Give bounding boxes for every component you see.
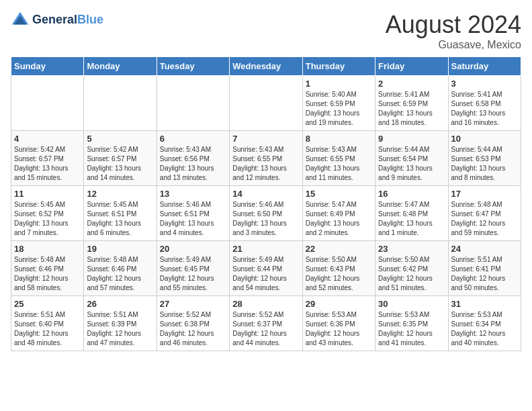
day-info: Sunrise: 5:49 AM Sunset: 6:44 PM Dayligh… [232,255,299,293]
table-row: 4Sunrise: 5:42 AM Sunset: 6:57 PM Daylig… [11,131,84,186]
calendar-table: Sunday Monday Tuesday Wednesday Thursday… [11,56,521,351]
header-thursday: Thursday [302,57,375,76]
week-row-4: 18Sunrise: 5:48 AM Sunset: 6:46 PM Dayli… [11,241,521,296]
day-number: 17 [451,189,518,199]
location: Guasave, Mexico [386,39,521,51]
table-row: 21Sunrise: 5:49 AM Sunset: 6:44 PM Dayli… [230,241,302,296]
day-number: 20 [160,244,226,254]
day-number: 8 [306,134,372,144]
table-row: 3Sunrise: 5:41 AM Sunset: 6:58 PM Daylig… [448,76,521,131]
day-number: 7 [232,134,299,144]
day-number: 26 [87,299,153,309]
day-number: 3 [451,79,518,89]
table-row: 27Sunrise: 5:52 AM Sunset: 6:38 PM Dayli… [157,296,229,351]
day-info: Sunrise: 5:47 AM Sunset: 6:49 PM Dayligh… [306,200,372,238]
table-row [11,76,84,131]
header-monday: Monday [84,57,157,76]
table-row: 31Sunrise: 5:53 AM Sunset: 6:34 PM Dayli… [448,296,521,351]
table-row: 23Sunrise: 5:50 AM Sunset: 6:42 PM Dayli… [375,241,448,296]
table-row: 5Sunrise: 5:42 AM Sunset: 6:57 PM Daylig… [84,131,157,186]
table-row [230,76,302,131]
header-friday: Friday [375,57,448,76]
day-info: Sunrise: 5:52 AM Sunset: 6:37 PM Dayligh… [232,310,299,348]
day-number: 15 [306,189,372,199]
table-row: 8Sunrise: 5:43 AM Sunset: 6:55 PM Daylig… [302,131,375,186]
table-row [157,76,229,131]
header-tuesday: Tuesday [157,57,229,76]
month-title: August 2024 [386,11,521,39]
day-info: Sunrise: 5:53 AM Sunset: 6:34 PM Dayligh… [451,310,518,348]
day-number: 27 [160,299,226,309]
day-info: Sunrise: 5:50 AM Sunset: 6:42 PM Dayligh… [378,255,445,293]
table-row: 14Sunrise: 5:46 AM Sunset: 6:50 PM Dayli… [230,186,302,241]
day-number: 24 [451,244,518,254]
day-info: Sunrise: 5:43 AM Sunset: 6:55 PM Dayligh… [232,145,299,183]
day-number: 25 [14,299,81,309]
table-row: 10Sunrise: 5:44 AM Sunset: 6:53 PM Dayli… [448,131,521,186]
day-info: Sunrise: 5:46 AM Sunset: 6:50 PM Dayligh… [232,200,299,238]
day-number: 31 [451,299,518,309]
title-area: August 2024 Guasave, Mexico [386,11,521,51]
day-number: 4 [14,134,81,144]
day-info: Sunrise: 5:47 AM Sunset: 6:48 PM Dayligh… [378,200,445,238]
day-info: Sunrise: 5:51 AM Sunset: 6:40 PM Dayligh… [14,310,81,348]
day-info: Sunrise: 5:41 AM Sunset: 6:58 PM Dayligh… [451,90,518,128]
day-number: 30 [378,299,445,309]
day-number: 9 [378,134,445,144]
week-row-3: 11Sunrise: 5:45 AM Sunset: 6:52 PM Dayli… [11,186,521,241]
header: GeneralBlue August 2024 Guasave, Mexico [11,11,521,51]
table-row: 24Sunrise: 5:51 AM Sunset: 6:41 PM Dayli… [448,241,521,296]
table-row: 15Sunrise: 5:47 AM Sunset: 6:49 PM Dayli… [302,186,375,241]
week-row-1: 1Sunrise: 5:40 AM Sunset: 6:59 PM Daylig… [11,76,521,131]
day-info: Sunrise: 5:43 AM Sunset: 6:56 PM Dayligh… [160,145,226,183]
day-info: Sunrise: 5:42 AM Sunset: 6:57 PM Dayligh… [14,145,81,183]
day-number: 29 [306,299,372,309]
day-number: 2 [378,79,445,89]
table-row [84,76,157,131]
logo-icon [11,11,30,30]
table-row: 7Sunrise: 5:43 AM Sunset: 6:55 PM Daylig… [230,131,302,186]
week-row-2: 4Sunrise: 5:42 AM Sunset: 6:57 PM Daylig… [11,131,521,186]
table-row: 22Sunrise: 5:50 AM Sunset: 6:43 PM Dayli… [302,241,375,296]
day-info: Sunrise: 5:48 AM Sunset: 6:47 PM Dayligh… [451,200,518,238]
day-number: 10 [451,134,518,144]
day-number: 18 [14,244,81,254]
day-number: 23 [378,244,445,254]
table-row: 11Sunrise: 5:45 AM Sunset: 6:52 PM Dayli… [11,186,84,241]
day-info: Sunrise: 5:51 AM Sunset: 6:41 PM Dayligh… [451,255,518,293]
day-number: 28 [232,299,299,309]
table-row: 13Sunrise: 5:46 AM Sunset: 6:51 PM Dayli… [157,186,229,241]
table-row: 2Sunrise: 5:41 AM Sunset: 6:59 PM Daylig… [375,76,448,131]
day-info: Sunrise: 5:46 AM Sunset: 6:51 PM Dayligh… [160,200,226,238]
logo: GeneralBlue [11,11,103,30]
table-row: 26Sunrise: 5:51 AM Sunset: 6:39 PM Dayli… [84,296,157,351]
table-row: 12Sunrise: 5:45 AM Sunset: 6:51 PM Dayli… [84,186,157,241]
day-info: Sunrise: 5:45 AM Sunset: 6:52 PM Dayligh… [14,200,81,238]
day-number: 22 [306,244,372,254]
day-info: Sunrise: 5:52 AM Sunset: 6:38 PM Dayligh… [160,310,226,348]
day-number: 12 [87,189,153,199]
header-sunday: Sunday [11,57,84,76]
day-info: Sunrise: 5:43 AM Sunset: 6:55 PM Dayligh… [306,145,372,183]
day-number: 6 [160,134,226,144]
table-row: 20Sunrise: 5:49 AM Sunset: 6:45 PM Dayli… [157,241,229,296]
table-row: 19Sunrise: 5:48 AM Sunset: 6:46 PM Dayli… [84,241,157,296]
day-number: 13 [160,189,226,199]
week-row-5: 25Sunrise: 5:51 AM Sunset: 6:40 PM Dayli… [11,296,521,351]
day-info: Sunrise: 5:48 AM Sunset: 6:46 PM Dayligh… [14,255,81,293]
day-info: Sunrise: 5:53 AM Sunset: 6:35 PM Dayligh… [378,310,445,348]
day-info: Sunrise: 5:48 AM Sunset: 6:46 PM Dayligh… [87,255,153,293]
day-info: Sunrise: 5:51 AM Sunset: 6:39 PM Dayligh… [87,310,153,348]
table-row: 6Sunrise: 5:43 AM Sunset: 6:56 PM Daylig… [157,131,229,186]
day-info: Sunrise: 5:42 AM Sunset: 6:57 PM Dayligh… [87,145,153,183]
table-row: 28Sunrise: 5:52 AM Sunset: 6:37 PM Dayli… [230,296,302,351]
day-number: 1 [306,79,372,89]
day-info: Sunrise: 5:44 AM Sunset: 6:54 PM Dayligh… [378,145,445,183]
table-row: 29Sunrise: 5:53 AM Sunset: 6:36 PM Dayli… [302,296,375,351]
day-number: 5 [87,134,153,144]
day-info: Sunrise: 5:45 AM Sunset: 6:51 PM Dayligh… [87,200,153,238]
day-info: Sunrise: 5:40 AM Sunset: 6:59 PM Dayligh… [306,90,372,128]
table-row: 17Sunrise: 5:48 AM Sunset: 6:47 PM Dayli… [448,186,521,241]
table-row: 30Sunrise: 5:53 AM Sunset: 6:35 PM Dayli… [375,296,448,351]
day-number: 14 [232,189,299,199]
